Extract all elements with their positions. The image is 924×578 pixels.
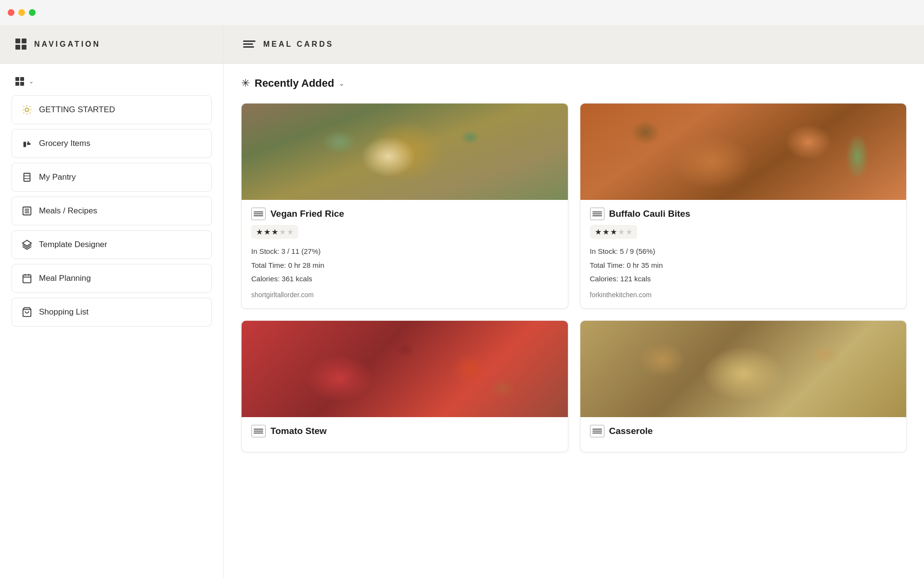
sidebar-item-label: My Pantry (39, 172, 76, 182)
cards-grid: Vegan Fried Rice ★ ★ ★ ★ ★ In Stock: 3 /… (241, 103, 907, 452)
sidebar-item-template-designer[interactable]: Template Designer (12, 230, 212, 259)
card-list-icon (590, 425, 604, 437)
meal-card-buffalo-cauli-bites[interactable]: Buffalo Cauli Bites ★ ★ ★ ★ ★ In Stock: … (580, 103, 907, 309)
svg-point-11 (27, 141, 29, 143)
svg-rect-10 (27, 143, 30, 145)
card-title: Casserole (609, 426, 653, 436)
card-list-icon (590, 208, 604, 220)
lines-icon (243, 39, 256, 49)
total-time: Total Time: 0 hr 35 min (590, 259, 897, 273)
main-layout: NAVIGATION ⌄ (0, 25, 924, 578)
card-body: Casserole (580, 417, 907, 452)
sidebar-item-label: Grocery Items (39, 139, 90, 148)
list-icon (22, 206, 32, 216)
star-5: ★ (626, 227, 632, 236)
pantry-icon (22, 172, 32, 183)
stars-rating[interactable]: ★ ★ ★ ★ ★ (590, 225, 637, 239)
card-body: Buffalo Cauli Bites ★ ★ ★ ★ ★ In Stock: … (580, 200, 907, 308)
content-body: ✳ Recently Added ⌄ Vegan Fried Rice (224, 64, 924, 578)
sidebar-item-label: Meals / Recipes (39, 206, 97, 216)
card-meta: In Stock: 5 / 9 (56%) Total Time: 0 hr 3… (590, 245, 897, 286)
filter-label: Recently Added (255, 77, 334, 90)
in-stock: In Stock: 3 / 11 (27%) (251, 245, 558, 259)
svg-rect-20 (23, 275, 31, 283)
card-title-row: Casserole (590, 425, 897, 437)
sidebar-header: NAVIGATION (0, 25, 223, 64)
svg-line-7 (24, 113, 24, 113)
maximize-button[interactable] (29, 9, 36, 16)
layers-icon (22, 239, 32, 250)
sidebar: NAVIGATION ⌄ (0, 25, 224, 578)
sidebar-item-getting-started[interactable]: GETTING STARTED (12, 95, 212, 124)
star-5: ★ (287, 227, 294, 236)
card-title: Vegan Fried Rice (270, 209, 344, 219)
grocery-icon (22, 138, 32, 149)
sidebar-item-shopping-list[interactable]: Shopping List (12, 298, 212, 327)
grid-toggle-row[interactable]: ⌄ (12, 73, 212, 95)
card-title: Tomato Stew (270, 426, 327, 436)
sidebar-item-label: Meal Planning (39, 274, 91, 283)
card-body: Tomato Stew (242, 417, 568, 452)
svg-rect-9 (24, 142, 26, 147)
sidebar-item-meal-planning[interactable]: Meal Planning (12, 264, 212, 293)
sidebar-item-meals-recipes[interactable]: Meals / Recipes (12, 197, 212, 225)
sidebar-title: NAVIGATION (34, 40, 101, 49)
content-header: MEAL CARDS (224, 25, 924, 64)
in-stock: In Stock: 5 / 9 (56%) (590, 245, 897, 259)
svg-line-8 (30, 106, 30, 107)
sidebar-item-grocery-items[interactable]: Grocery Items (12, 129, 212, 158)
total-time: Total Time: 0 hr 28 min (251, 259, 558, 273)
content-area: MEAL CARDS ✳ Recently Added ⌄ (224, 25, 924, 578)
grid-icon-small[interactable] (15, 77, 24, 86)
card-image (242, 104, 568, 200)
card-list-icon (251, 425, 266, 437)
card-title: Buffalo Cauli Bites (609, 209, 691, 219)
sun-icon (22, 105, 32, 115)
star-4: ★ (618, 227, 625, 236)
star-4: ★ (279, 227, 286, 236)
close-button[interactable] (8, 9, 14, 16)
star-3: ★ (610, 227, 617, 236)
card-image (580, 104, 907, 200)
chevron-down-icon: ⌄ (29, 78, 34, 85)
star-2: ★ (603, 227, 609, 236)
basket-icon (22, 307, 32, 317)
calendar-icon (22, 273, 32, 284)
badge-star-icon: ✳ (241, 77, 250, 90)
card-meta: In Stock: 3 / 11 (27%) Total Time: 0 hr … (251, 245, 558, 286)
card-image (580, 321, 907, 417)
svg-point-0 (25, 108, 28, 111)
star-3: ★ (271, 227, 278, 236)
sidebar-item-label: Template Designer (39, 240, 107, 250)
sidebar-item-my-pantry[interactable]: My Pantry (12, 163, 212, 192)
filter-chevron-icon: ⌄ (339, 79, 345, 87)
meal-card-tomato-stew[interactable]: Tomato Stew (241, 320, 568, 452)
meal-card-vegan-fried-rice[interactable]: Vegan Fried Rice ★ ★ ★ ★ ★ In Stock: 3 /… (241, 103, 568, 309)
stars-rating[interactable]: ★ ★ ★ ★ ★ (251, 225, 298, 239)
sidebar-item-label: GETTING STARTED (39, 105, 115, 115)
content-title: MEAL CARDS (263, 40, 334, 49)
star-1: ★ (256, 227, 263, 236)
card-source[interactable]: shortgirltallorder.com (251, 291, 558, 299)
svg-rect-12 (24, 173, 30, 182)
recently-added-row[interactable]: ✳ Recently Added ⌄ (241, 77, 907, 90)
card-title-row: Tomato Stew (251, 425, 558, 437)
minimize-button[interactable] (18, 9, 25, 16)
sidebar-item-label: Shopping List (39, 307, 89, 317)
meal-card-casserole[interactable]: Casserole (580, 320, 907, 452)
sidebar-nav: ⌄ GETTING STA (0, 64, 223, 341)
card-source[interactable]: forkinthekitchen.com (590, 291, 897, 299)
star-1: ★ (595, 227, 602, 236)
card-title-row: Buffalo Cauli Bites (590, 208, 897, 220)
svg-line-3 (24, 106, 24, 107)
calories: Calories: 361 kcals (251, 272, 558, 286)
card-body: Vegan Fried Rice ★ ★ ★ ★ ★ In Stock: 3 /… (242, 200, 568, 308)
titlebar (0, 0, 924, 25)
star-2: ★ (264, 227, 270, 236)
calories: Calories: 121 kcals (590, 272, 897, 286)
card-list-icon (251, 208, 266, 220)
card-title-row: Vegan Fried Rice (251, 208, 558, 220)
card-image (242, 321, 568, 417)
svg-line-4 (30, 113, 30, 113)
grid-icon (15, 39, 26, 50)
